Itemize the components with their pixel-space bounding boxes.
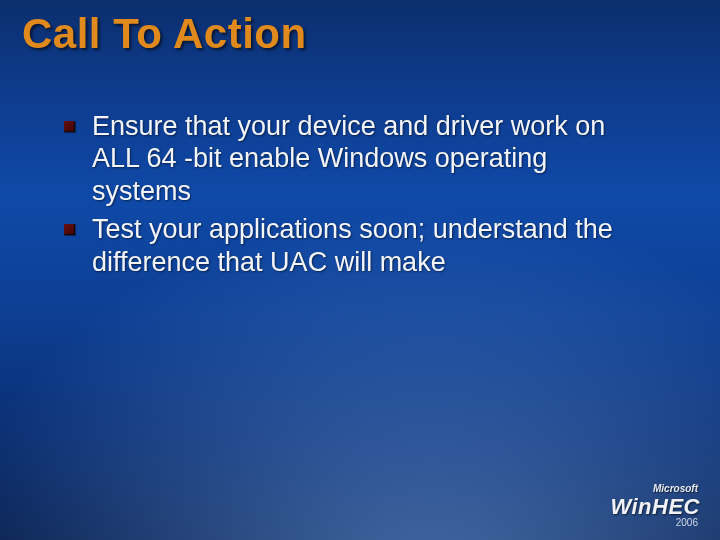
slide-title: Call To Action [22, 10, 307, 58]
slide: Call To Action Ensure that your device a… [0, 0, 720, 540]
brand-main: WinHEC [610, 494, 700, 519]
footer-logo: Microsoft WinHEC 2006 [610, 484, 700, 528]
brand-small: Microsoft [610, 484, 700, 494]
list-item: Test your applications soon; understand … [60, 213, 672, 278]
bullet-list: Ensure that your device and driver work … [60, 110, 680, 284]
list-item: Ensure that your device and driver work … [60, 110, 612, 207]
brand-year: 2006 [610, 518, 700, 528]
